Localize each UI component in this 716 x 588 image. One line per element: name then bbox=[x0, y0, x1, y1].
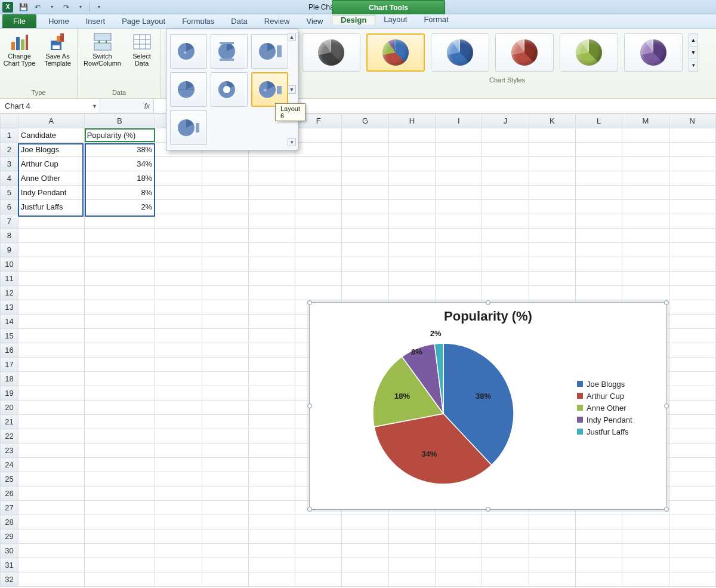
cell[interactable] bbox=[84, 343, 155, 358]
cell[interactable] bbox=[388, 214, 435, 229]
cell[interactable]: Indy Pendant bbox=[18, 186, 84, 200]
column-header[interactable]: G bbox=[342, 114, 388, 128]
cell[interactable] bbox=[248, 444, 295, 458]
cell[interactable] bbox=[669, 544, 715, 558]
cell[interactable] bbox=[669, 157, 715, 171]
cell[interactable] bbox=[202, 329, 248, 343]
cell[interactable] bbox=[18, 229, 84, 243]
cell[interactable] bbox=[669, 343, 715, 358]
cell[interactable] bbox=[248, 200, 295, 214]
cell[interactable] bbox=[529, 200, 575, 214]
styles-scroll-down-icon[interactable]: ▼ bbox=[689, 46, 698, 59]
cell[interactable] bbox=[202, 243, 248, 257]
cell[interactable] bbox=[155, 415, 202, 429]
column-header[interactable]: A bbox=[18, 114, 84, 128]
cell[interactable] bbox=[18, 444, 84, 458]
cell[interactable] bbox=[482, 243, 529, 257]
cell[interactable] bbox=[482, 186, 529, 200]
switch-row-column-button[interactable]: Switch Row/Column bbox=[82, 31, 124, 68]
cell[interactable] bbox=[295, 558, 342, 572]
cell[interactable] bbox=[18, 515, 84, 529]
cell[interactable] bbox=[482, 272, 529, 286]
cell[interactable] bbox=[295, 272, 342, 286]
cell[interactable] bbox=[342, 558, 388, 572]
row-header[interactable]: 19 bbox=[1, 386, 18, 401]
cell[interactable] bbox=[436, 272, 482, 286]
column-header[interactable]: K bbox=[529, 114, 575, 128]
cell[interactable] bbox=[295, 171, 342, 186]
cell[interactable] bbox=[84, 458, 155, 472]
cell[interactable] bbox=[529, 544, 575, 558]
cell[interactable] bbox=[84, 572, 155, 587]
cell[interactable] bbox=[84, 515, 155, 529]
cell[interactable] bbox=[436, 572, 482, 587]
save-icon[interactable]: 💾 bbox=[18, 2, 29, 13]
cell[interactable] bbox=[436, 286, 482, 300]
cell[interactable] bbox=[482, 529, 529, 544]
cell[interactable] bbox=[18, 272, 84, 286]
cell[interactable] bbox=[342, 157, 388, 171]
tab-layout[interactable]: Layout bbox=[375, 14, 415, 24]
cell[interactable] bbox=[342, 229, 388, 243]
cell[interactable] bbox=[84, 415, 155, 429]
cell[interactable] bbox=[388, 128, 435, 143]
cell[interactable] bbox=[295, 572, 342, 587]
cell[interactable] bbox=[622, 529, 669, 544]
cell[interactable] bbox=[18, 472, 84, 487]
cell[interactable] bbox=[18, 358, 84, 372]
cell[interactable] bbox=[529, 286, 575, 300]
row-header[interactable]: 28 bbox=[1, 515, 18, 529]
cell[interactable] bbox=[18, 286, 84, 300]
legend-item[interactable]: Anne Other bbox=[577, 404, 666, 412]
cell[interactable] bbox=[575, 186, 622, 200]
tab-design[interactable]: Design bbox=[332, 15, 375, 24]
cell[interactable] bbox=[248, 501, 295, 515]
cell[interactable] bbox=[622, 558, 669, 572]
row-header[interactable]: 3 bbox=[1, 157, 18, 171]
resize-handle[interactable] bbox=[307, 300, 312, 305]
cell[interactable] bbox=[202, 315, 248, 329]
cell[interactable] bbox=[669, 128, 715, 143]
cell[interactable]: Popularity (%) bbox=[84, 128, 155, 143]
cell[interactable] bbox=[669, 229, 715, 243]
cell[interactable] bbox=[248, 401, 295, 415]
cell[interactable] bbox=[18, 315, 84, 329]
cell[interactable]: 8% bbox=[84, 186, 155, 200]
cell[interactable] bbox=[155, 343, 202, 358]
cell[interactable] bbox=[388, 529, 435, 544]
cell[interactable] bbox=[202, 515, 248, 529]
cell[interactable] bbox=[155, 572, 202, 587]
cell[interactable] bbox=[202, 472, 248, 487]
styles-more-icon[interactable]: ▾ bbox=[689, 59, 698, 71]
cell[interactable] bbox=[529, 157, 575, 171]
cell[interactable] bbox=[669, 272, 715, 286]
cell[interactable] bbox=[248, 544, 295, 558]
cell[interactable] bbox=[248, 257, 295, 272]
cell[interactable] bbox=[295, 128, 342, 143]
column-header[interactable]: H bbox=[388, 114, 435, 128]
row-header[interactable]: 11 bbox=[1, 272, 18, 286]
cell[interactable] bbox=[622, 200, 669, 214]
select-data-button[interactable]: Select Data bbox=[127, 31, 157, 68]
tab-insert[interactable]: Insert bbox=[78, 14, 114, 28]
row-header[interactable]: 18 bbox=[1, 372, 18, 386]
cell[interactable] bbox=[248, 458, 295, 472]
cell[interactable] bbox=[295, 157, 342, 171]
row-header[interactable]: 1 bbox=[1, 128, 18, 143]
cell[interactable] bbox=[84, 487, 155, 501]
cell[interactable] bbox=[575, 157, 622, 171]
row-header[interactable]: 30 bbox=[1, 544, 18, 558]
cell[interactable] bbox=[669, 358, 715, 372]
row-header[interactable]: 27 bbox=[1, 501, 18, 515]
resize-handle[interactable] bbox=[664, 404, 669, 408]
cell[interactable] bbox=[202, 372, 248, 386]
column-header[interactable]: I bbox=[436, 114, 482, 128]
cell[interactable] bbox=[342, 272, 388, 286]
cell[interactable] bbox=[202, 558, 248, 572]
cell[interactable] bbox=[248, 272, 295, 286]
chart-legend[interactable]: Joe BloggsArthur CupAnne OtherIndy Penda… bbox=[577, 377, 666, 439]
cell[interactable] bbox=[669, 386, 715, 401]
cell[interactable] bbox=[669, 171, 715, 186]
save-as-template-button[interactable]: Save As Template bbox=[41, 31, 75, 68]
cell[interactable] bbox=[575, 515, 622, 529]
